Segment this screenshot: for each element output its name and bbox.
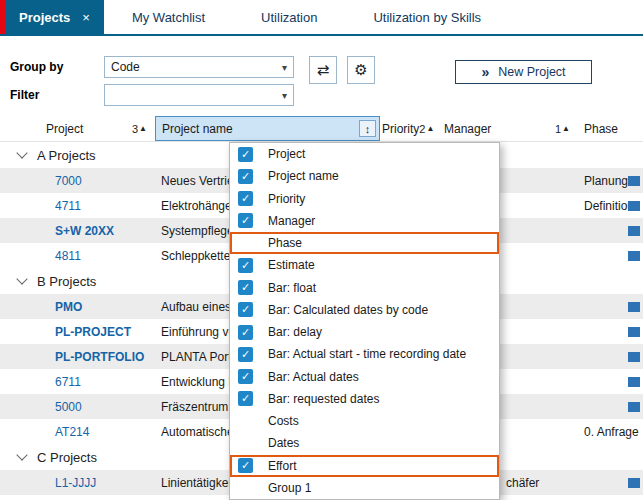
column-header-project[interactable]: Project 3▲ — [0, 116, 155, 141]
menu-item-label: Dates — [268, 436, 299, 450]
chevron-down-icon — [16, 449, 27, 460]
checkbox-checked-icon: ✓ — [238, 147, 253, 162]
sort-asc-icon: ▲ — [426, 124, 434, 133]
checkbox-unchecked — [238, 436, 253, 451]
double-chevron-icon: » — [481, 64, 489, 80]
filter-label: Filter — [10, 88, 39, 102]
sort-asc-icon: ▲ — [562, 124, 570, 133]
menu-item-label: Bar: Actual start - time recording date — [268, 347, 466, 361]
sort-toggle-button[interactable]: ↕ — [359, 120, 376, 137]
column-header-manager[interactable]: Manager 1▲ — [438, 116, 578, 141]
column-header-project-name[interactable]: Project name ↕ — [155, 116, 380, 141]
group-by-label: Group by — [10, 60, 63, 74]
column-header-phase[interactable]: Phase — [578, 116, 643, 141]
gantt-bar-fragment — [628, 352, 640, 362]
chevron-down-icon — [16, 147, 27, 158]
project-code-link[interactable]: 5000 — [0, 400, 155, 414]
group-by-value: Code — [105, 60, 276, 74]
filter-select[interactable]: ▾ — [104, 84, 294, 106]
new-project-label: New Project — [498, 65, 565, 79]
checkbox-checked-icon: ✓ — [238, 191, 253, 206]
tab-projects-label: Projects — [19, 10, 70, 25]
checkbox-checked-icon: ✓ — [238, 369, 253, 384]
menu-item[interactable]: ✓Estimate — [230, 254, 499, 276]
project-code-link[interactable]: PL-PORTFOLIO — [0, 350, 155, 364]
menu-item[interactable]: ✓Bar: delay — [230, 321, 499, 343]
checkbox-checked-icon: ✓ — [238, 325, 253, 340]
checkbox-checked-icon: ✓ — [238, 302, 253, 317]
close-icon[interactable]: × — [82, 10, 90, 25]
menu-item[interactable]: Costs — [230, 410, 499, 432]
sort-indicator: 3▲ — [132, 123, 147, 135]
menu-item[interactable]: ✓Project — [230, 143, 499, 165]
menu-item-label: Effort — [268, 459, 296, 473]
checkbox-unchecked — [238, 236, 253, 251]
checkbox-checked-icon: ✓ — [238, 347, 253, 362]
menu-item[interactable]: ✓Bar: Actual dates — [230, 366, 499, 388]
group-name: A Projects — [37, 148, 96, 163]
project-code-link[interactable]: S+W 20XX — [0, 224, 155, 238]
gantt-bar-fragment — [628, 402, 640, 412]
checkbox-checked-icon: ✓ — [238, 258, 253, 273]
tab-utilization-by-skills[interactable]: Utilization by Skills — [345, 0, 509, 34]
new-project-button[interactable]: » New Project — [455, 60, 592, 84]
checkbox-checked-icon: ✓ — [238, 280, 253, 295]
project-code-link[interactable]: PMO — [0, 300, 155, 314]
tab-projects[interactable]: Projects × — [5, 0, 104, 34]
toolbar: Group by Code ▾ Filter ▾ ⇄ ⚙ » New Proje… — [0, 36, 643, 116]
project-code-link[interactable]: 6711 — [0, 375, 155, 389]
checkbox-unchecked — [238, 414, 253, 429]
settings-button[interactable]: ⚙ — [347, 56, 375, 84]
gantt-bar-fragment — [628, 302, 640, 312]
refresh-icon: ⇄ — [317, 61, 330, 79]
menu-item-label: Bar: Calculated dates by code — [268, 303, 428, 317]
project-code-link[interactable]: 7000 — [0, 174, 155, 188]
column-menu: ✓Project✓Project name✓Priority✓ManagerPh… — [229, 142, 500, 500]
project-code-link[interactable]: 4711 — [0, 199, 155, 213]
menu-item-label: Bar: delay — [268, 325, 322, 339]
menu-item[interactable]: Phase — [230, 232, 499, 254]
project-code-link[interactable]: PL-PROJECT — [0, 325, 155, 339]
gantt-bar-fragment — [628, 327, 640, 337]
chevron-down-icon — [16, 273, 27, 284]
project-code-link[interactable]: 4811 — [0, 249, 155, 263]
project-code-link[interactable]: AT214 — [0, 425, 155, 439]
tab-label: Utilization — [261, 10, 317, 25]
menu-item[interactable]: ✓Bar: float — [230, 277, 499, 299]
table-header: Project 3▲ Project name ↕ Priority 2▲ Ma… — [0, 116, 643, 142]
menu-item[interactable]: ✓Manager — [230, 210, 499, 232]
menu-item[interactable]: Group 1 — [230, 477, 499, 499]
menu-item[interactable]: ✓Bar: Calculated dates by code — [230, 299, 499, 321]
gantt-bar-fragment — [628, 176, 640, 186]
gear-icon: ⚙ — [354, 61, 367, 79]
menu-item[interactable]: ✓Bar: requested dates — [230, 388, 499, 410]
refresh-button[interactable]: ⇄ — [309, 56, 337, 84]
menu-item-label: Priority — [268, 192, 305, 206]
chevron-down-icon: ▾ — [276, 90, 293, 101]
menu-item-label: Bar: float — [268, 281, 316, 295]
checkbox-checked-icon: ✓ — [238, 169, 253, 184]
phase-cell: 0. Anfrage — [578, 425, 643, 439]
column-label: Priority — [382, 122, 419, 136]
tab-label: My Watchlist — [132, 10, 205, 25]
menu-item-label: Group 1 — [268, 481, 311, 495]
menu-item[interactable]: ✓Effort — [230, 455, 499, 477]
gantt-bar-fragment — [628, 377, 640, 387]
menu-item[interactable]: Dates — [230, 432, 499, 454]
group-by-select[interactable]: Code ▾ — [104, 56, 294, 78]
tab-my-watchlist[interactable]: My Watchlist — [104, 0, 233, 34]
menu-item-label: Bar: requested dates — [268, 392, 379, 406]
menu-item[interactable]: ✓Priority — [230, 188, 499, 210]
project-code-link[interactable]: L1-JJJJ — [0, 476, 155, 490]
tab-utilization[interactable]: Utilization — [233, 0, 345, 34]
group-name: C Projects — [37, 450, 97, 465]
sort-asc-icon: ▲ — [139, 124, 147, 133]
menu-item[interactable]: ✓Bar: Actual start - time recording date — [230, 343, 499, 365]
menu-item[interactable]: ✓Project name — [230, 165, 499, 187]
sort-indicator: 2▲ — [419, 123, 434, 135]
gantt-bar-fragment — [628, 251, 640, 261]
gantt-bar-fragment — [628, 478, 640, 488]
column-header-priority[interactable]: Priority 2▲ — [380, 116, 438, 141]
menu-item-label: Phase — [268, 236, 302, 250]
column-label: Manager — [444, 122, 491, 136]
